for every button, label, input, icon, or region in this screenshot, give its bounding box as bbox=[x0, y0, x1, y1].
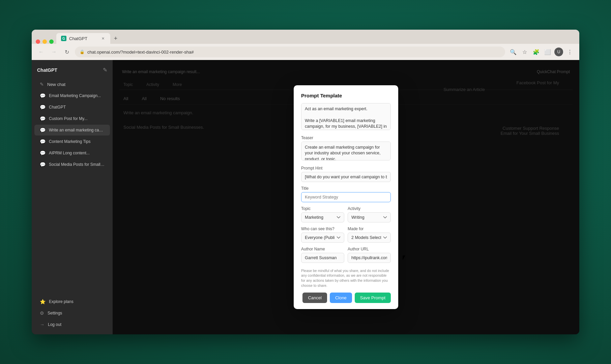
new-tab-button[interactable]: + bbox=[111, 34, 120, 43]
sidebar-logo: ChatGPT bbox=[37, 67, 57, 73]
bookmark-icon[interactable]: ☆ bbox=[520, 47, 529, 57]
teaser-textarea[interactable]: Create an email marketing campaign for y… bbox=[301, 142, 391, 160]
sidebar-item-label: AIPRM Long content... bbox=[49, 151, 90, 155]
tab-favicon: G bbox=[61, 36, 66, 41]
traffic-lights bbox=[36, 39, 54, 44]
sidebar-toggle-button[interactable]: ✎ bbox=[103, 67, 107, 73]
sidebar-item-social-media[interactable]: 💬 Social Media Posts for Small Businesse… bbox=[34, 159, 110, 170]
visibility-madefor-row: Who can see this? Everyone (Public) Only… bbox=[301, 226, 391, 247]
activity-select[interactable]: Writing Summarizing Researching bbox=[348, 212, 391, 222]
sidebar-item-label: Email Marketing Campaign... bbox=[49, 93, 101, 98]
modal-title: Prompt Template bbox=[301, 93, 391, 98]
sidebar-item-label: New chat bbox=[47, 82, 65, 87]
made-for-select[interactable]: 2 Models Selected GPT-3.5 GPT-4 bbox=[348, 233, 391, 243]
author-url-input[interactable] bbox=[348, 253, 391, 263]
sidebar-item-custom-post[interactable]: 💬 Custom Post for My... bbox=[34, 113, 110, 124]
sidebar-icon[interactable]: ⬜ bbox=[543, 47, 552, 57]
save-prompt-button[interactable]: Save Prompt bbox=[355, 293, 391, 303]
prompt-hint-input[interactable] bbox=[301, 172, 391, 182]
sidebar-item-label: Log out bbox=[48, 322, 61, 327]
sidebar-item-chatgpt[interactable]: 💬 ChatGPT bbox=[34, 102, 110, 113]
browser-content: ChatGPT ✎ ✎ New chat 💬 Email Marketing C… bbox=[32, 60, 579, 334]
chat-icon-2: 💬 bbox=[40, 104, 46, 110]
prompt-hint-field: Prompt Hint bbox=[301, 166, 391, 182]
sidebar-item-label: ChatGPT bbox=[49, 105, 66, 110]
teaser-field: Teaser Create an email marketing campaig… bbox=[301, 135, 391, 162]
sidebar-item-logout[interactable]: → Log out bbox=[34, 319, 110, 330]
browser-chrome: G ChatGPT ✕ + ← → ↻ 🔒 chat.openai.com/?m… bbox=[32, 30, 579, 60]
maximize-window-button[interactable] bbox=[49, 39, 54, 44]
sidebar-header: ChatGPT ✎ bbox=[32, 64, 113, 76]
close-window-button[interactable] bbox=[36, 39, 40, 44]
made-for-field: Made for 2 Models Selected GPT-3.5 GPT-4 bbox=[348, 226, 391, 243]
chat-icon: 💬 bbox=[40, 93, 46, 98]
activity-field: Activity Writing Summarizing Researching bbox=[348, 206, 391, 222]
lock-icon: 🔒 bbox=[80, 50, 85, 54]
author-url-field: Author URL bbox=[348, 247, 391, 263]
visibility-select[interactable]: Everyone (Public) Only Me (Private) bbox=[301, 233, 344, 243]
extension-icon[interactable]: 🧩 bbox=[531, 47, 541, 57]
modal-overlay[interactable]: Prompt Template Act as an email marketin… bbox=[113, 60, 579, 334]
minimize-window-button[interactable] bbox=[42, 39, 47, 44]
active-tab[interactable]: G ChatGPT ✕ bbox=[56, 33, 110, 44]
sidebar-item-new-chat[interactable]: ✎ New chat bbox=[34, 79, 110, 90]
menu-icon[interactable]: ⋮ bbox=[565, 47, 575, 57]
settings-icon: ⚙ bbox=[40, 310, 44, 316]
author-row: Author Name Author URL bbox=[301, 247, 391, 267]
main-content: Write an email marketing campaign result… bbox=[113, 60, 579, 334]
sidebar: ChatGPT ✎ ✎ New chat 💬 Email Marketing C… bbox=[32, 60, 113, 334]
topic-label: Topic bbox=[301, 206, 344, 211]
forward-button[interactable]: → bbox=[49, 47, 59, 57]
back-button[interactable]: ← bbox=[36, 47, 46, 57]
activity-label: Activity bbox=[348, 206, 391, 211]
sidebar-item-label: Write an email marketing campaign bbox=[49, 128, 105, 132]
title-input[interactable] bbox=[301, 192, 391, 202]
prompt-textarea[interactable]: Act as an email marketing expert. Write … bbox=[301, 103, 391, 130]
teaser-label: Teaser bbox=[301, 135, 391, 140]
tab-close-button[interactable]: ✕ bbox=[100, 36, 106, 41]
chat-icon-6: 💬 bbox=[40, 150, 46, 156]
title-field: Title bbox=[301, 186, 391, 202]
topic-field: Topic Marketing Writing SEO Productivity bbox=[301, 206, 344, 222]
author-name-input[interactable] bbox=[301, 253, 344, 263]
author-url-label: Author URL bbox=[348, 247, 391, 251]
address-bar[interactable]: 🔒 chat.openai.com/?model=text-davinci-00… bbox=[75, 47, 505, 57]
sidebar-item-email-campaign[interactable]: 💬 Email Marketing Campaign... bbox=[34, 90, 110, 101]
chat-icon-3: 💬 bbox=[40, 116, 46, 121]
new-chat-icon: ✎ bbox=[40, 82, 44, 87]
chat-icon-4: 💬 bbox=[40, 127, 46, 133]
chat-icon-5: 💬 bbox=[40, 139, 46, 144]
sidebar-item-aiprm[interactable]: 💬 AIPRM Long content... bbox=[34, 148, 110, 158]
url-text: chat.openai.com/?model=text-davinci-002-… bbox=[87, 50, 500, 55]
sidebar-item-explore[interactable]: ⭐ Explore plans bbox=[34, 296, 110, 307]
browser-window: G ChatGPT ✕ + ← → ↻ 🔒 chat.openai.com/?m… bbox=[32, 30, 579, 334]
sidebar-item-settings[interactable]: ⚙ Settings bbox=[34, 308, 110, 318]
visibility-field: Who can see this? Everyone (Public) Only… bbox=[301, 226, 344, 243]
search-icon[interactable]: 🔍 bbox=[508, 47, 518, 57]
sidebar-item-content[interactable]: 💬 Content Marketing Tips bbox=[34, 136, 110, 147]
prompt-field: Act as an email marketing expert. Write … bbox=[301, 103, 391, 131]
sidebar-item-label: Explore plans bbox=[49, 299, 74, 304]
logout-icon: → bbox=[40, 322, 45, 327]
title-label: Title bbox=[301, 186, 391, 191]
profile-button[interactable]: U bbox=[554, 48, 563, 56]
author-name-field: Author Name bbox=[301, 247, 344, 263]
clone-button[interactable]: Clone bbox=[330, 293, 352, 303]
cancel-button[interactable]: Cancel bbox=[302, 293, 327, 303]
sidebar-item-label: Custom Post for My... bbox=[49, 116, 87, 121]
sidebar-item-label: Social Media Posts for Small Businesses bbox=[49, 162, 105, 167]
topic-select[interactable]: Marketing Writing SEO Productivity bbox=[301, 212, 344, 222]
sidebar-item-label: Content Marketing Tips bbox=[49, 139, 90, 144]
star-icon: ⭐ bbox=[40, 299, 46, 304]
sidebar-item-write-email[interactable]: 💬 Write an email marketing campaign bbox=[34, 125, 110, 135]
visibility-label: Who can see this? bbox=[301, 226, 344, 231]
chat-icon-7: 💬 bbox=[40, 162, 46, 167]
reload-button[interactable]: ↻ bbox=[62, 47, 71, 57]
modal-footer: Cancel Clone Save Prompt bbox=[301, 293, 391, 303]
browser-toolbar: ← → ↻ 🔒 chat.openai.com/?model=text-davi… bbox=[32, 44, 579, 60]
author-name-label: Author Name bbox=[301, 247, 344, 251]
disclaimer-text: Please be mindful of what you share, and… bbox=[301, 268, 391, 288]
prompt-hint-label: Prompt Hint bbox=[301, 166, 391, 171]
tab-bar: G ChatGPT ✕ + bbox=[32, 30, 579, 44]
topic-activity-row: Topic Marketing Writing SEO Productivity… bbox=[301, 206, 391, 226]
